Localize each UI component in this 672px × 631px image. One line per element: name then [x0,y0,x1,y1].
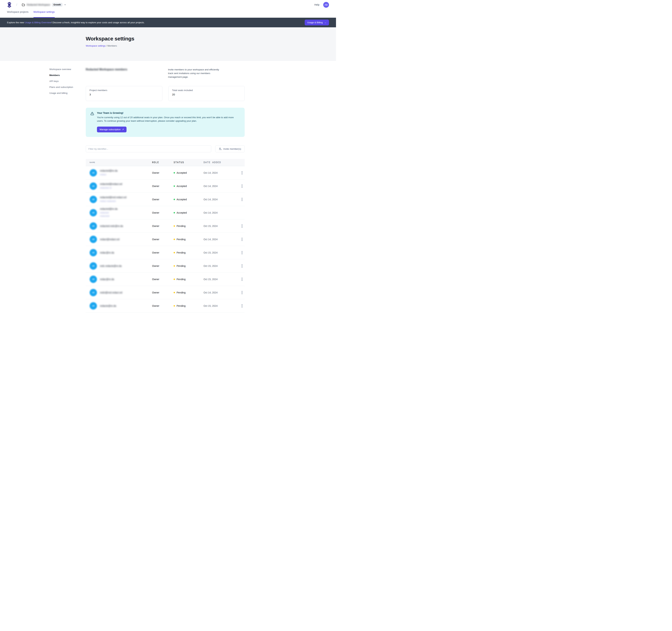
member-role: Owner [152,211,174,214]
member-date-added: Oct 14, 2024 [203,291,239,294]
member-email: redac@re.da [100,278,114,281]
status-dot-icon [174,252,175,253]
member-role: Owner [152,171,174,174]
status-dot-icon [174,292,175,293]
avatar: rd [90,196,97,203]
status-label: Accepted [176,171,187,174]
row-menu-button[interactable] [240,277,244,282]
member-email: redac@re.da [100,251,114,254]
manage-subscription-button[interactable]: Manage subscription ↗ [97,126,126,132]
workspace-name[interactable]: Redacted Workspace [27,3,50,6]
avatar: rd [90,276,97,283]
members-table: NAME ROLE STATUS DATE ADDED rd redacted@… [86,159,245,312]
status-label: Pending [176,251,186,254]
member-role: Owner [152,251,174,254]
stat-label: Total seats included [172,89,241,92]
member-date-added: Oct 14, 2024 [203,185,239,188]
member-name: redact redacted [100,200,126,203]
row-menu-button[interactable] [240,224,244,228]
table-row: rd redc.redacte@re.da Owner Pending Oct … [86,259,245,273]
sidebar-item-usage-billing[interactable]: Usage and billing [49,92,86,94]
member-date-added: Oct 14, 2024 [203,171,239,174]
member-name: redact [100,173,118,176]
row-menu-button[interactable] [240,250,244,255]
status-label: Pending [176,304,186,307]
table-row: rd redac@re.da Owner Pending Oct 15, 202… [86,246,245,259]
row-menu-button[interactable] [240,197,244,202]
status-dot-icon [174,279,175,280]
user-avatar[interactable]: AB [323,2,329,8]
callout-body: You're currently using 12 out of 20 addi… [97,116,240,123]
sidebar-item-plans-subscription[interactable]: Plans and subscription [49,86,86,88]
table-row: rd redacte@re.da Owner Pending Oct 15, 2… [86,299,245,312]
member-date-added: Oct 15, 2024 [203,264,239,267]
sidebar-item-api-keys[interactable]: API keys [49,80,86,83]
member-role: Owner [152,198,174,201]
filter-input[interactable] [86,145,211,152]
table-row: rd redact@redact.ed Owner Pending Oct 14… [86,233,245,246]
avatar: rd [90,223,97,230]
team-growing-callout: Your Team is Growing! You're currently u… [86,108,245,137]
member-email: redacted@re.da [100,208,118,210]
avatar: rd [90,289,97,296]
column-header-date-added: DATE ADDED [203,161,239,164]
member-name: redacted rd [100,186,122,190]
usage-billing-button[interactable]: Usage & Billing → [305,20,329,25]
row-menu-button[interactable] [240,237,244,242]
row-menu-button[interactable] [240,170,244,175]
member-role: Owner [152,291,174,294]
tab-workspace-projects[interactable]: Workspace projects [7,9,28,18]
member-email: redacted@red.redact.ed [100,196,126,199]
status-dot-icon [174,185,175,187]
settings-sidebar: Workspace overview Members API keys Plan… [49,68,86,312]
row-menu-button[interactable] [240,264,244,268]
member-date-added: Oct 14, 2024 [203,211,239,214]
table-row: rd redacted@redact.ed redacted rd Owner … [86,180,245,193]
sidebar-item-members[interactable]: Members [49,74,86,76]
member-role: Owner [152,304,174,307]
status-dot-icon [174,265,175,267]
row-menu-button[interactable] [240,304,244,308]
app-logo-icon[interactable] [7,2,12,8]
hero-section: Workspace settings Workspace settings / … [0,27,336,61]
breadcrumb-link-workspace-settings[interactable]: Workspace settings [86,45,105,47]
member-date-added: Oct 14, 2024 [203,198,239,201]
member-role: Owner [152,185,174,188]
members-table-body: rd redacted@re.da redact Owner Accepted … [86,166,245,312]
tab-workspace-settings[interactable]: Workspace settings [33,9,55,18]
usage-billing-overview-link[interactable]: Usage & Billing Overview [25,21,51,24]
promo-banner: Explore the new Usage & Billing Overview… [0,18,336,27]
status-label: Pending [176,225,186,228]
callout-title: Your Team is Growing! [97,112,240,114]
row-menu-button[interactable] [240,184,244,188]
stat-card-total-seats: Total seats included 20 [168,86,245,101]
avatar: rd [90,262,97,270]
member-role: Owner [152,264,174,267]
member-email: redc.redacte@re.da [100,264,122,267]
status-dot-icon [174,239,175,240]
member-name: redactedredactedr [100,211,118,218]
status-label: Accepted [176,198,187,201]
avatar: rd [90,169,97,177]
invite-members-button[interactable]: Invite member(s) [215,145,245,152]
help-link[interactable]: Help [314,3,319,6]
member-role: Owner [152,225,174,228]
table-row: rd redacted@red.redact.ed redact redacte… [86,193,245,206]
member-email: redacted.redc@re.da [100,225,123,228]
sidebar-item-workspace-overview[interactable]: Workspace overview [49,68,86,71]
member-date-added: Oct 15, 2024 [203,304,239,307]
member-date-added: Oct 15, 2024 [203,225,239,228]
table-header-row: NAME ROLE STATUS DATE ADDED [86,159,245,166]
chevron-down-icon[interactable] [64,3,66,6]
promo-text: Explore the new Usage & Billing Overview… [7,21,145,24]
stat-cards: Project members 3 Total seats included 2… [86,86,245,101]
status-label: Pending [176,278,186,281]
member-role: Owner [152,238,174,241]
user-plus-icon [219,147,222,150]
avatar: rd [90,236,97,243]
column-header-name: NAME [86,161,152,164]
row-menu-button[interactable] [240,290,244,295]
breadcrumb-slash: / [16,3,17,7]
plan-badge[interactable]: Growth [52,3,63,7]
member-date-added: Oct 15, 2024 [203,278,239,281]
